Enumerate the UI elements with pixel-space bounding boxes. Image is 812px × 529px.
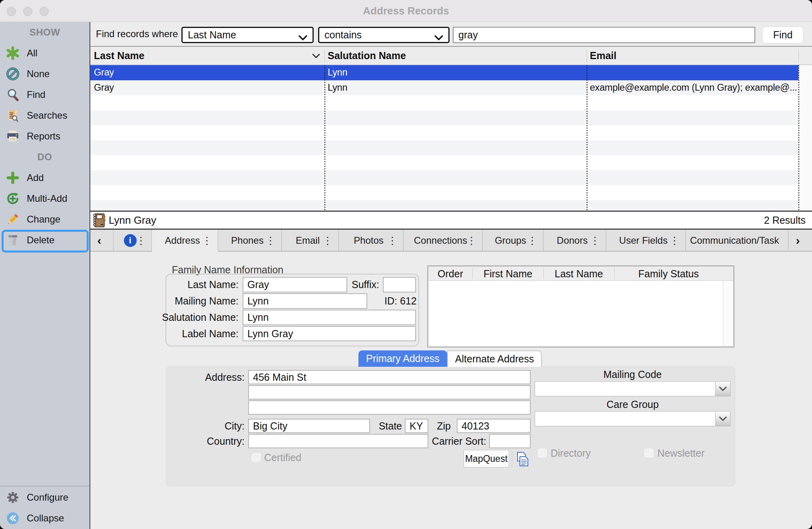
tab-connections[interactable]: Connections ⋮ [404,230,483,252]
chevron-down-icon[interactable] [715,382,730,396]
chevron-down-icon[interactable] [715,412,730,426]
city-label: City: [157,419,245,433]
table-row [90,125,798,140]
tab-menu-dots[interactable]: ⋮ [265,235,276,246]
tab-menu-dots[interactable]: ⋮ [466,235,477,246]
info-icon: i [124,234,137,247]
chevron-left-icon: ‹ [98,234,102,247]
zip-input[interactable] [457,419,531,433]
column-header-salutation-name[interactable]: Salutation Name [328,47,406,64]
mailing-name-label: Mailing Name: [159,293,239,309]
sidebar-item-find[interactable]: Find [0,84,90,105]
field-select[interactable]: Last Name [181,27,314,43]
carrier-sort-input[interactable] [489,434,531,448]
column-header-last-name[interactable]: Last Name [543,266,614,281]
tab-email[interactable]: Email ⋮ [282,230,339,252]
tab-menu-dots[interactable]: ⋮ [136,235,146,246]
column-header-last-name[interactable]: Last Name [94,47,144,64]
suffix-input[interactable] [383,277,416,292]
directory-checkbox[interactable] [537,448,547,458]
scrollbar-track[interactable] [723,281,733,346]
sidebar-item-label: Delete [27,235,54,246]
tab-menu-dots[interactable]: ⋮ [669,235,680,246]
find-button[interactable]: Find [762,26,804,44]
tab-photos[interactable]: Photos ⋮ [339,230,404,252]
family-members-table-header: Order First Name Last Name Family Status [428,266,733,281]
sidebar-item-add[interactable]: Add [0,167,90,188]
care-group-label: Care Group [535,399,730,410]
sidebar-item-label: Searches [27,110,67,121]
tabs-scroll-right-button[interactable]: › [788,230,812,252]
address-line1-input[interactable] [248,370,531,384]
tab-label: Donors [557,235,587,246]
tab-menu-dots[interactable]: ⋮ [387,235,398,246]
sidebar-item-change[interactable]: Change [0,209,90,230]
tab-label: Address [165,235,200,246]
tabs-scroll-left-button[interactable]: ‹ [90,230,113,252]
column-separator [472,268,473,279]
table-row [90,110,798,125]
results-table-overflow-strip [798,65,812,211]
city-input[interactable] [248,419,370,433]
care-group-select[interactable] [535,411,730,426]
tab-communication-task[interactable]: Communication/Task [686,230,788,252]
tab-menu-dots[interactable]: ⋮ [527,235,537,246]
carrier-sort-label: Carrier Sort: [406,434,486,448]
tab-menu-dots[interactable]: ⋮ [202,235,212,246]
mapquest-button[interactable]: MapQuest [464,450,509,467]
sidebar-item-all[interactable]: All [0,43,90,64]
table-row [90,155,798,170]
column-separator [614,268,615,279]
search-query-input[interactable] [453,27,755,43]
column-header-order[interactable]: Order [428,266,472,281]
address-line3-input[interactable] [248,400,531,415]
column-header-first-name[interactable]: First Name [472,266,543,281]
sidebar-item-none[interactable]: None [0,64,90,84]
tab-alternate-address[interactable]: Alternate Address [447,350,542,367]
address-line2-input[interactable] [248,385,531,400]
circular-plus-icon [6,191,20,206]
asterisk-icon [6,46,20,60]
country-input[interactable] [248,434,428,448]
sidebar-item-configure[interactable]: Configure [0,487,90,508]
table-row[interactable]: Gray Lynn example@example.com (Lynn Gray… [90,80,798,95]
sidebar-item-reports[interactable]: Reports [0,126,90,147]
operator-select[interactable]: contains [318,27,450,43]
address-records-window: Address Records SHOW All None Find [0,0,812,529]
results-count: 2 Results [764,212,806,229]
results-table-header: Last Name Salutation Name Email [90,47,812,65]
tab-user-fields[interactable]: User Fields ⋮ [606,230,686,252]
sidebar-item-label: All [27,48,38,59]
tab-menu-dots[interactable]: ⋮ [322,235,333,246]
cell-salutation-name: Lynn [328,65,583,80]
mailing-code-select[interactable] [535,381,730,396]
tab-info[interactable]: i ⋮ [113,230,152,252]
sidebar-item-multi-add[interactable]: Multi-Add [0,188,90,209]
tab-address[interactable]: Address ⋮ [152,230,218,252]
tab-primary-address[interactable]: Primary Address [358,350,447,367]
find-records-where-label: Find records where [96,22,178,46]
sidebar-item-label: Reports [27,131,60,142]
newsletter-checkbox[interactable] [644,448,654,458]
label-name-input[interactable] [243,326,416,341]
sidebar-item-collapse[interactable]: Collapse [0,508,90,529]
column-header-family-status[interactable]: Family Status [614,266,723,281]
certified-checkbox[interactable] [251,452,261,463]
tab-menu-dots[interactable]: ⋮ [590,235,600,246]
sidebar-footer: Configure Collapse [0,486,90,529]
sidebar-item-delete[interactable]: Delete [0,230,90,251]
country-label: Country: [157,434,245,448]
column-header-email[interactable]: Email [590,47,617,64]
field-select-value: Last Name [188,28,236,42]
salutation-name-input[interactable] [243,310,416,325]
sidebar-item-searches[interactable]: Searches [0,105,90,126]
last-name-input[interactable] [243,277,347,292]
table-row[interactable]: Gray Lynn [90,65,798,80]
last-name-label: Last Name: [159,277,239,292]
tab-donors[interactable]: Donors ⋮ [543,230,606,252]
tab-phones[interactable]: Phones ⋮ [218,230,282,252]
mailing-name-input[interactable] [243,293,367,309]
copy-address-button[interactable] [515,451,531,467]
tab-groups[interactable]: Groups ⋮ [483,230,543,252]
family-members-table: Order First Name Last Name Family Status [427,265,734,348]
